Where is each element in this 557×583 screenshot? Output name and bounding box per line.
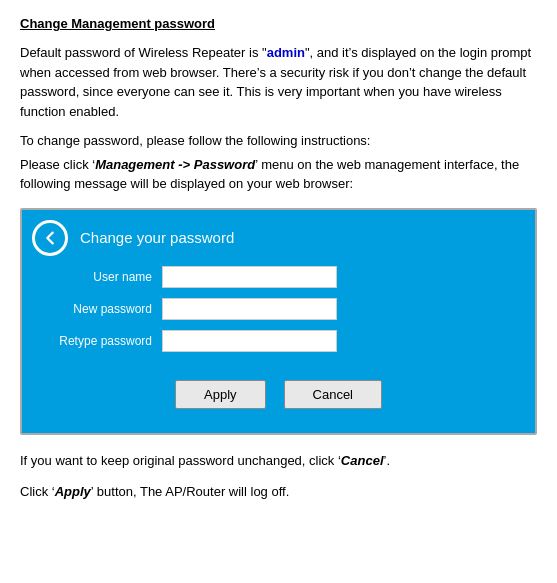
new-password-label: New password [42,302,162,316]
footer-paragraph-2: Click ‘Apply’ button, The AP/Router will… [20,482,537,502]
menu-name: Management -> Password [95,157,255,172]
screenshot-header: Change your password [22,210,535,262]
intro-text-1: Default password of Wireless Repeater is… [20,45,267,60]
footer-paragraph-1: If you want to keep original password un… [20,451,537,471]
footer2-prefix: Click ‘ [20,484,55,499]
retype-password-label: Retype password [42,334,162,348]
apply-button[interactable]: Apply [175,380,266,409]
username-input[interactable] [162,266,337,288]
admin-highlight: admin [267,45,305,60]
username-row: User name [42,266,515,288]
footer1-prefix: If you want to keep original password un… [20,453,341,468]
new-password-input[interactable] [162,298,337,320]
footer2-suffix: ’ button, The AP/Router will log off. [91,484,290,499]
cancel-bold: Cancel [341,453,384,468]
footer1-suffix: ’. [384,453,391,468]
form-area: User name New password Retype password A… [22,262,535,433]
instructions-line2: Please click ‘Management -> Password’ me… [20,155,537,194]
retype-password-row: Retype password [42,330,515,352]
button-row: Apply Cancel [42,362,515,417]
page-title: Change Management password [20,16,537,31]
instructions-line1: To change password, please follow the fo… [20,131,537,151]
screenshot-box: Change your password User name New passw… [20,208,537,435]
retype-password-input[interactable] [162,330,337,352]
back-icon [32,220,68,256]
new-password-row: New password [42,298,515,320]
username-label: User name [42,270,162,284]
cancel-button[interactable]: Cancel [284,380,382,409]
screenshot-title: Change your password [80,229,234,246]
intro-paragraph: Default password of Wireless Repeater is… [20,43,537,121]
instructions-prefix: Please click ‘ [20,157,95,172]
apply-bold: Apply [55,484,91,499]
